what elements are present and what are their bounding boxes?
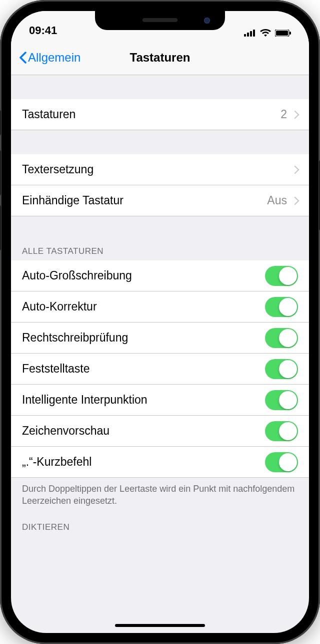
chevron-right-icon: [291, 196, 300, 205]
row-label: Auto-Korrektur: [22, 300, 97, 313]
switch-auto-capitalization[interactable]: [265, 266, 298, 286]
row-caps-lock: Feststelltaste: [11, 354, 309, 385]
back-button[interactable]: Allgemein: [19, 51, 80, 65]
svg-rect-1: [247, 33, 249, 37]
row-label: Tastaturen: [22, 108, 76, 121]
row-label: „.“-Kurzbefehl: [22, 455, 92, 469]
row-text-replacement[interactable]: Textersetzung: [11, 154, 309, 185]
svg-rect-6: [290, 32, 291, 35]
switch-auto-correction[interactable]: [265, 297, 298, 317]
group-spacer: [11, 75, 309, 99]
front-camera: [204, 18, 210, 24]
back-label: Allgemein: [28, 51, 80, 65]
svg-rect-5: [276, 31, 288, 36]
screen: 09:41 Allgemein Tastaturen Tastaturen 2: [11, 11, 309, 633]
row-label: Rechtschreibprüfung: [22, 331, 128, 345]
switch-character-preview[interactable]: [265, 421, 298, 441]
row-keyboards[interactable]: Tastaturen 2: [11, 99, 309, 130]
svg-rect-3: [253, 30, 255, 37]
chevron-right-icon: [291, 165, 300, 174]
content-scroll[interactable]: Tastaturen 2 Textersetzung Einhändige Ta…: [11, 75, 309, 633]
row-period-shortcut: „.“-Kurzbefehl: [11, 447, 309, 478]
home-indicator[interactable]: [115, 624, 205, 627]
svg-rect-0: [244, 34, 246, 37]
row-value: 2: [280, 108, 287, 121]
switch-spell-check[interactable]: [265, 328, 298, 348]
switch-caps-lock[interactable]: [265, 359, 298, 379]
row-smart-punctuation: Intelligente Interpunktion: [11, 385, 309, 416]
row-spell-check: Rechtschreibprüfung: [11, 323, 309, 354]
nav-bar: Allgemein Tastaturen: [11, 40, 309, 75]
wifi-icon: [260, 29, 271, 37]
row-label: Textersetzung: [22, 163, 94, 176]
row-label: Einhändige Tastatur: [22, 194, 124, 207]
section-header-all-keyboards: ALLE TASTATUREN: [11, 240, 309, 260]
volume-down-button: [0, 205, 1, 250]
row-value: Aus: [267, 194, 287, 207]
notch: [95, 11, 225, 30]
row-character-preview: Zeichenvorschau: [11, 416, 309, 447]
svg-rect-2: [250, 31, 252, 37]
switch-period-shortcut[interactable]: [265, 452, 298, 472]
row-label: Feststelltaste: [22, 362, 90, 376]
row-label: Intelligente Interpunktion: [22, 393, 148, 407]
row-label: Zeichenvorschau: [22, 424, 110, 438]
row-one-handed-keyboard[interactable]: Einhändige Tastatur Aus: [11, 185, 309, 216]
row-label: Auto-Großschreibung: [22, 269, 132, 282]
status-time: 09:41: [29, 24, 57, 37]
group-spacer: [11, 216, 309, 240]
chevron-left-icon: [19, 52, 27, 64]
page-title: Tastaturen: [130, 51, 190, 65]
section-footer-all-keyboards: Durch Doppeltippen der Leertaste wird ei…: [11, 478, 309, 512]
battery-icon: [275, 30, 291, 37]
section-header-dictate: DIKTIEREN: [11, 512, 309, 536]
switch-smart-punctuation[interactable]: [265, 390, 298, 410]
speaker-grille: [142, 18, 178, 22]
row-auto-capitalization: Auto-Großschreibung: [11, 260, 309, 291]
mute-switch: [0, 110, 1, 135]
group-spacer: [11, 130, 309, 154]
status-icons: [244, 29, 291, 37]
row-auto-correction: Auto-Korrektur: [11, 291, 309, 323]
volume-up-button: [0, 150, 1, 195]
chevron-right-icon: [291, 110, 300, 119]
iphone-frame: 09:41 Allgemein Tastaturen Tastaturen 2: [0, 0, 320, 644]
cellular-icon: [244, 30, 256, 37]
